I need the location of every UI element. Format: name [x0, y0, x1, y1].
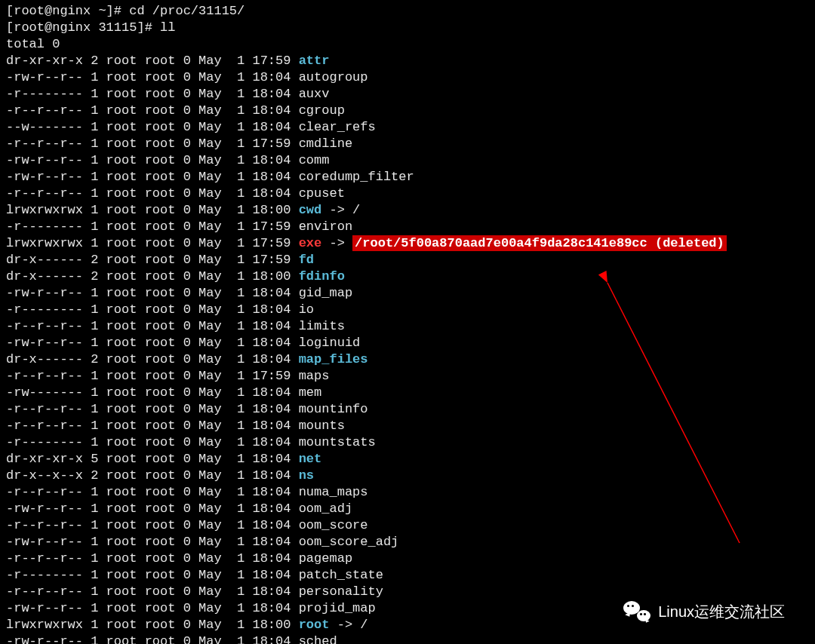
file-name: sched — [299, 634, 337, 644]
terminal-line: lrwxrwxrwx 1 root root 0 May 1 17:59 exe… — [6, 235, 809, 252]
file-name: comm — [299, 153, 330, 167]
terminal-line: -r-------- 1 root root 0 May 1 18:04 pat… — [6, 567, 809, 584]
terminal-line: dr-xr-xr-x 2 root root 0 May 1 17:59 att… — [6, 53, 809, 69]
dir-name: fdinfo — [299, 269, 345, 284]
deleted-target: /root/5f00a870aad7e00a4f9da28c141e89cc (… — [352, 235, 727, 251]
terminal-line: -r--r--r-- 1 root root 0 May 1 18:04 oom… — [6, 517, 809, 534]
file-name: cmdline — [299, 136, 352, 151]
file-name: mounts — [299, 419, 345, 433]
file-name: mountinfo — [299, 402, 368, 416]
terminal-line: -rw-r--r-- 1 root root 0 May 1 18:04 aut… — [6, 69, 809, 86]
terminal-line: -r--r--r-- 1 root root 0 May 1 18:04 per… — [6, 584, 809, 600]
watermark-text: Linux运维交流社区 — [658, 603, 785, 620]
symlink-name: root — [299, 618, 330, 632]
file-name: limits — [299, 319, 345, 333]
wechat-icon — [623, 600, 654, 623]
terminal-line: [root@nginx ~]# cd /proc/31115/ — [6, 3, 809, 20]
file-name: environ — [299, 219, 352, 234]
file-name: loginuid — [299, 336, 361, 350]
file-name: pagemap — [299, 551, 352, 566]
file-name: gid_map — [299, 286, 352, 300]
terminal-line: -r--r--r-- 1 root root 0 May 1 18:04 cgr… — [6, 103, 809, 119]
terminal-line: -r--r--r-- 1 root root 0 May 1 18:04 cpu… — [6, 186, 809, 202]
terminal-line: -r--r--r-- 1 root root 0 May 1 17:59 cmd… — [6, 136, 809, 152]
terminal-line: -r-------- 1 root root 0 May 1 18:04 mou… — [6, 434, 809, 451]
terminal-line: --w------- 1 root root 0 May 1 18:04 cle… — [6, 119, 809, 136]
terminal-line: -rw-r--r-- 1 root root 0 May 1 18:04 log… — [6, 335, 809, 351]
file-name: numa_maps — [299, 485, 368, 499]
file-name: io — [299, 302, 314, 317]
terminal-line: lrwxrwxrwx 1 root root 0 May 1 18:00 cwd… — [6, 202, 809, 219]
terminal-line: -r--r--r-- 1 root root 0 May 1 18:04 num… — [6, 484, 809, 501]
terminal-output[interactable]: [root@nginx ~]# cd /proc/31115/[root@ngi… — [6, 3, 809, 644]
file-name: clear_refs — [299, 120, 376, 134]
file-name: cgroup — [299, 103, 345, 118]
file-name: oom_score_adj — [299, 535, 399, 549]
file-name: oom_score — [299, 518, 368, 532]
terminal-line: -rw-r--r-- 1 root root 0 May 1 18:04 com… — [6, 152, 809, 169]
terminal-line: -r-------- 1 root root 0 May 1 18:04 io — [6, 302, 809, 318]
terminal-line: total 0 — [6, 36, 809, 53]
file-name: maps — [299, 369, 330, 383]
symlink-name: exe — [299, 236, 322, 250]
dir-name: fd — [299, 253, 314, 267]
terminal-line: dr-x--x--x 2 root root 0 May 1 18:04 ns — [6, 468, 809, 484]
terminal-line: -rw-r--r-- 1 root root 0 May 1 18:04 gid… — [6, 285, 809, 302]
file-name: mountstats — [299, 435, 376, 449]
terminal-line: -r--r--r-- 1 root root 0 May 1 18:04 mou… — [6, 401, 809, 418]
terminal-line: dr-x------ 2 root root 0 May 1 17:59 fd — [6, 252, 809, 268]
terminal-line: [root@nginx 31115]# ll — [6, 20, 809, 36]
dir-name: attr — [299, 54, 330, 68]
file-name: autogroup — [299, 70, 368, 84]
terminal-line: dr-xr-xr-x 5 root root 0 May 1 18:04 net — [6, 451, 809, 468]
terminal-line: -r--r--r-- 1 root root 0 May 1 17:59 map… — [6, 368, 809, 385]
terminal-line: -rw-r--r-- 1 root root 0 May 1 18:04 oom… — [6, 501, 809, 517]
file-name: coredump_filter — [299, 170, 414, 184]
file-name: personality — [299, 584, 383, 599]
dir-name: net — [299, 452, 322, 466]
terminal-line: -r--r--r-- 1 root root 0 May 1 18:04 lim… — [6, 318, 809, 335]
file-name: patch_state — [299, 568, 383, 582]
terminal-line: dr-x------ 2 root root 0 May 1 18:00 fdi… — [6, 268, 809, 285]
dir-name: ns — [299, 468, 314, 483]
terminal-line: -r-------- 1 root root 0 May 1 18:04 aux… — [6, 86, 809, 103]
file-name: projid_map — [299, 601, 376, 615]
terminal-line: -r-------- 1 root root 0 May 1 17:59 env… — [6, 219, 809, 235]
terminal-line: dr-x------ 2 root root 0 May 1 18:04 map… — [6, 351, 809, 368]
file-name: cpuset — [299, 186, 345, 201]
file-name: auxv — [299, 87, 330, 101]
file-name: oom_adj — [299, 501, 352, 516]
terminal-line: -rw-r--r-- 1 root root 0 May 1 18:04 oom… — [6, 534, 809, 550]
terminal-line: -rw-r--r-- 1 root root 0 May 1 18:04 sch… — [6, 633, 809, 644]
terminal-line: -rw-r--r-- 1 root root 0 May 1 18:04 cor… — [6, 169, 809, 186]
terminal-line: -rw------- 1 root root 0 May 1 18:04 mem — [6, 385, 809, 401]
file-name: mem — [299, 385, 322, 400]
symlink-name: cwd — [299, 203, 322, 217]
terminal-line: -r--r--r-- 1 root root 0 May 1 18:04 pag… — [6, 550, 809, 567]
dir-name: map_files — [299, 352, 368, 366]
watermark: Linux运维交流社区 — [623, 600, 785, 623]
terminal-line: -r--r--r-- 1 root root 0 May 1 18:04 mou… — [6, 418, 809, 434]
